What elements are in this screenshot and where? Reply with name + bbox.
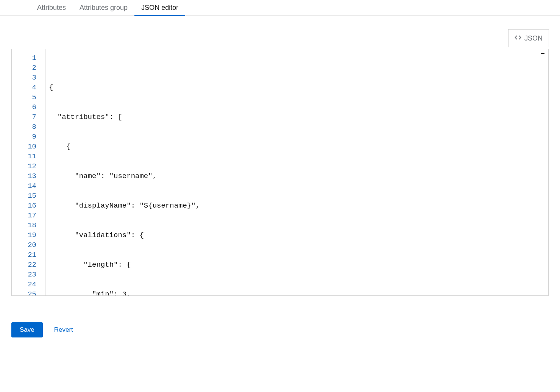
line-number: 12	[19, 161, 36, 171]
line-number: 17	[19, 211, 36, 220]
code-editor[interactable]: 1 2 3 4 5 6 7 8 9 10 11 12 13 14	[12, 49, 548, 295]
code-content[interactable]: { "attributes": [ { "name": "username", …	[46, 49, 548, 295]
line-number: 11	[19, 151, 36, 161]
line-number: 6	[19, 102, 36, 112]
line-number: 18	[19, 220, 36, 230]
line-number: 25	[19, 289, 36, 295]
code-line: "displayName": "${username}",	[49, 201, 545, 211]
code-line: "validations": {	[49, 230, 545, 240]
content-area: JSON 1 2 3 4 5 6 7 8 9 10 11	[0, 16, 560, 307]
code-icon	[515, 34, 521, 43]
line-number: 20	[19, 240, 36, 250]
tab-attributes[interactable]: Attributes	[30, 0, 73, 16]
editor-wrapper: 1 2 3 4 5 6 7 8 9 10 11 12 13 14	[11, 49, 549, 296]
line-number: 23	[19, 270, 36, 280]
line-number: 4	[19, 83, 36, 92]
code-line: {	[49, 142, 545, 151]
cursor-indicator	[541, 53, 544, 54]
line-number: 10	[19, 142, 36, 151]
line-number: 22	[19, 260, 36, 270]
code-line: "min": 3,	[49, 289, 545, 295]
line-number: 2	[19, 63, 36, 73]
tab-attributes-group[interactable]: Attributes group	[73, 0, 134, 16]
code-line: {	[49, 83, 545, 92]
format-badge[interactable]: JSON	[508, 29, 549, 47]
action-bar: Save Revert	[0, 307, 560, 349]
line-number: 14	[19, 181, 36, 191]
line-number: 13	[19, 171, 36, 181]
editor-shell: JSON 1 2 3 4 5 6 7 8 9 10 11	[11, 49, 549, 296]
line-number: 5	[19, 92, 36, 102]
line-number: 16	[19, 201, 36, 211]
line-number: 19	[19, 230, 36, 240]
revert-button[interactable]: Revert	[51, 322, 76, 337]
tabs-bar: Attributes Attributes group JSON editor	[0, 0, 560, 16]
line-number: 21	[19, 250, 36, 260]
page-wrapper: Attributes Attributes group JSON editor …	[0, 0, 560, 392]
tab-json-editor[interactable]: JSON editor	[134, 0, 185, 16]
line-number: 15	[19, 191, 36, 201]
line-number: 7	[19, 112, 36, 122]
code-line: "length": {	[49, 260, 545, 270]
line-number: 8	[19, 122, 36, 132]
code-line: "attributes": [	[49, 112, 545, 122]
format-badge-label: JSON	[524, 34, 543, 42]
code-line: "name": "username",	[49, 171, 545, 181]
line-number: 9	[19, 132, 36, 142]
line-number-gutter: 1 2 3 4 5 6 7 8 9 10 11 12 13 14	[12, 49, 46, 295]
save-button[interactable]: Save	[11, 322, 43, 337]
line-number: 1	[19, 53, 36, 63]
line-number: 3	[19, 73, 36, 83]
line-number: 24	[19, 280, 36, 289]
